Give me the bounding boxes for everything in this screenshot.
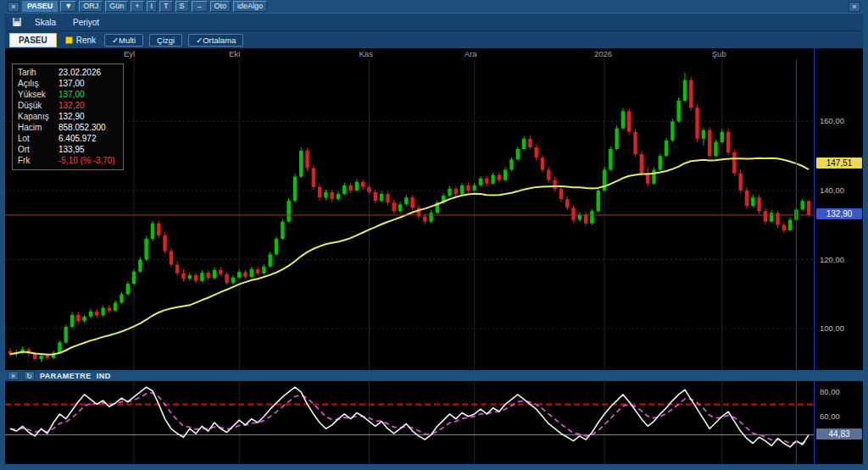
info-label: Lot <box>18 133 58 144</box>
month-label: Kas <box>359 49 373 58</box>
chevron-down-icon[interactable]: ▼ <box>60 1 76 12</box>
month-label: Şub <box>712 49 726 58</box>
price-tick-label: 120,00 <box>820 255 844 264</box>
month-label: Ara <box>465 49 477 58</box>
info-label: Düşük <box>18 100 58 111</box>
renk-label: Renk <box>76 36 96 45</box>
trend-button[interactable]: T <box>159 1 173 12</box>
indicator-axis[interactable]: 44,83 80,0060,00 <box>814 381 863 464</box>
info-row-acilis: Açılış137,00 <box>18 78 118 89</box>
info-row-frk: Frk-5,10 (% -3,70) <box>18 155 118 166</box>
info-value: -5,10 (% -3,70) <box>58 155 115 166</box>
info-row-tarih: Tarih23.02.2026 <box>18 67 118 78</box>
ortalama-toggle[interactable]: ✓Ortalama <box>188 34 243 47</box>
info-label: Yüksek <box>18 89 58 100</box>
symbol-title: PASEU <box>22 1 58 12</box>
info-label: Tarih <box>18 67 58 78</box>
indicator-tick-label: 80,00 <box>820 387 840 396</box>
close-icon[interactable]: × <box>8 2 19 12</box>
tab-paseu[interactable]: PASEU <box>9 33 57 47</box>
price-chart-panel[interactable]: EylEkiKasAra2026Şub Tarih23.02.2026Açılı… <box>5 48 863 370</box>
arrow-right-icon[interactable]: → <box>192 1 208 12</box>
info-row-yuksek: Yüksek137,00 <box>18 89 118 100</box>
info-label: Hacim <box>18 122 58 133</box>
titlebar: × PASEU ▼ ORJ Gün + I T S → Oto ideAlgo … <box>5 0 863 13</box>
s-button[interactable]: S <box>175 1 189 12</box>
price-tick-label: 160,00 <box>820 116 844 125</box>
period-gun-button[interactable]: Gün <box>105 1 128 12</box>
chart-window: × PASEU ▼ ORJ Gün + I T S → Oto ideAlgo … <box>0 0 868 470</box>
plus-button[interactable]: + <box>131 1 143 12</box>
info-value: 132,90 <box>58 111 85 122</box>
menubar: Skala Periyot <box>5 13 863 30</box>
info-row-hacim: Hacim858.052.300 <box>18 122 118 133</box>
last-price-label: 132,90 <box>816 208 862 219</box>
info-value: 133,95 <box>58 144 85 155</box>
menu-skala[interactable]: Skala <box>29 16 62 29</box>
cizgi-toggle[interactable]: Çizgi <box>149 34 182 47</box>
candlestick-chart[interactable] <box>5 59 814 370</box>
price-tick-label: 140,00 <box>820 185 844 195</box>
price-tick-label: 100,00 <box>820 323 844 333</box>
info-value: 6.405.972 <box>58 133 97 144</box>
quote-info-panel: Tarih23.02.2026Açılış137,00Yüksek137,00D… <box>12 64 124 170</box>
indicator-tick-label: 60,00 <box>820 412 840 421</box>
tabbar: PASEU Renk ✓Multi Çizgi ✓Ortalama <box>5 30 863 48</box>
month-label: Eki <box>229 49 240 58</box>
indicator-button[interactable]: I <box>147 1 158 12</box>
info-value: 137,00 <box>58 78 85 89</box>
close-window-icon[interactable]: × <box>849 2 860 12</box>
info-value: 858.052.300 <box>58 122 106 133</box>
price-axis[interactable]: 147,51 132,90 160,00140,00120,00100,00 <box>814 48 863 370</box>
info-value: 137,00 <box>58 89 85 100</box>
menu-periyot[interactable]: Periyot <box>67 16 105 29</box>
info-value: 23.02.2026 <box>58 67 101 78</box>
info-row-lot: Lot6.405.972 <box>18 133 118 144</box>
indicator-header: × ↻ PARAMETRE IND <box>5 370 863 381</box>
renk-control[interactable]: Renk <box>63 36 98 45</box>
month-label: Eyl <box>124 49 135 58</box>
ind-button[interactable]: IND <box>97 372 111 380</box>
info-row-dusuk: Düşük132,20 <box>18 100 118 111</box>
x-axis: EylEkiKasAra2026Şub <box>5 48 814 59</box>
info-label: Açılış <box>18 78 58 89</box>
orj-button[interactable]: ORJ <box>79 1 103 12</box>
refresh-icon[interactable]: ↻ <box>24 371 35 380</box>
indicator-panel[interactable]: 44,83 80,0060,00 <box>5 381 863 464</box>
quote-info-rows: Tarih23.02.2026Açılış137,00Yüksek137,00D… <box>18 67 118 166</box>
indicator-close-icon[interactable]: × <box>8 371 19 380</box>
indicator-value-label: 44,83 <box>816 429 862 440</box>
parametre-button[interactable]: PARAMETRE <box>40 372 92 380</box>
save-icon[interactable] <box>10 17 24 27</box>
info-label: Kapanış <box>18 111 58 122</box>
month-label: 2026 <box>594 49 612 58</box>
info-row-kapanis: Kapanış132,90 <box>18 111 118 122</box>
info-value: 132,20 <box>58 100 85 111</box>
oscillator-chart[interactable] <box>5 381 814 464</box>
info-label: Ort <box>18 144 58 155</box>
info-row-ort: Ort133,95 <box>18 144 118 155</box>
info-label: Frk <box>18 155 58 166</box>
color-swatch-icon[interactable] <box>65 36 73 44</box>
oto-button[interactable]: Oto <box>210 1 231 12</box>
multi-toggle[interactable]: ✓Multi <box>104 34 143 47</box>
idealgo-button[interactable]: ideAlgo <box>233 1 267 12</box>
ma-price-label: 147,51 <box>816 158 862 169</box>
